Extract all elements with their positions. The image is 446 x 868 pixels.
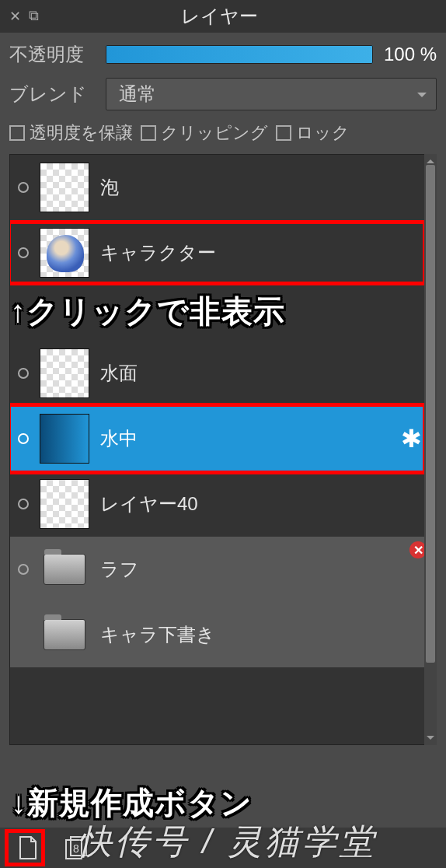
blend-mode-value: 通常 xyxy=(119,82,156,107)
blend-label: ブレンド xyxy=(9,82,95,107)
layer-thumbnail[interactable] xyxy=(40,479,89,529)
checkbox-icon xyxy=(141,125,156,141)
protect-transparency-checkbox[interactable]: 透明度を保譲 xyxy=(9,121,133,145)
clipping-checkbox[interactable]: クリッピング xyxy=(141,121,268,145)
folder-icon xyxy=(44,554,85,585)
layer-name[interactable]: キャラクター xyxy=(100,240,436,265)
layer-row-selected[interactable]: 水中 ✱ xyxy=(10,406,436,471)
layer-folder-row[interactable]: キャラ下書き xyxy=(10,602,436,667)
new-layer-button[interactable] xyxy=(14,834,42,862)
svg-text:8: 8 xyxy=(73,842,79,855)
checkbox-icon xyxy=(276,125,291,141)
close-icon[interactable]: ✕ xyxy=(9,8,21,25)
visibility-toggle[interactable] xyxy=(18,247,29,258)
layer-name[interactable]: 泡 xyxy=(100,175,436,200)
annotation-new-button: ↓新規作成ボタン xyxy=(11,782,253,824)
layer-name[interactable]: ラフ xyxy=(100,557,436,582)
detach-icon[interactable]: ⧉ xyxy=(29,8,39,25)
layer-thumbnail[interactable] xyxy=(40,414,89,464)
visibility-toggle[interactable] xyxy=(18,564,29,575)
layer-name[interactable]: 水面 xyxy=(100,361,436,386)
folder-icon xyxy=(44,619,85,650)
visibility-toggle[interactable] xyxy=(18,433,29,444)
layer-folder-row[interactable]: ラフ ✕ xyxy=(10,537,436,602)
visibility-toggle[interactable] xyxy=(18,182,29,193)
scroll-thumb[interactable] xyxy=(426,165,435,663)
layer-name[interactable]: キャラ下書き xyxy=(100,622,436,647)
opacity-label: 不透明度 xyxy=(9,42,95,67)
opacity-value[interactable]: 100 % xyxy=(384,44,437,65)
annotation-click-hide: ↑クリックで非表示 xyxy=(10,290,436,333)
visibility-toggle[interactable] xyxy=(18,499,29,509)
scroll-down-icon[interactable] xyxy=(427,736,434,744)
folder-thumbnail[interactable] xyxy=(40,544,89,594)
bottom-toolbar: 8 xyxy=(0,828,446,868)
visibility-toggle-off[interactable] xyxy=(18,629,29,640)
protect-label: 透明度を保譲 xyxy=(30,121,133,145)
lock-checkbox[interactable]: ロック xyxy=(276,121,350,145)
layer-thumbnail[interactable] xyxy=(40,228,89,278)
visibility-toggle[interactable] xyxy=(18,368,29,379)
panel-title: レイヤー xyxy=(48,4,390,29)
layer-row[interactable]: レイヤー40 xyxy=(10,471,436,537)
layer-row[interactable]: 泡 xyxy=(10,155,436,220)
layer-thumbnail[interactable] xyxy=(40,348,89,398)
blend-mode-select[interactable]: 通常 xyxy=(106,78,437,110)
opacity-slider[interactable] xyxy=(106,45,373,64)
checkbox-icon xyxy=(9,125,25,141)
scrollbar[interactable] xyxy=(424,154,437,745)
clipping-label: クリッピング xyxy=(161,121,268,145)
scroll-up-icon[interactable] xyxy=(427,156,434,163)
layer-name[interactable]: レイヤー40 xyxy=(100,492,436,516)
layer-row[interactable]: キャラクター xyxy=(10,220,436,285)
layers-list[interactable]: 泡 キャラクター ↑クリックで非表示 水面 xyxy=(9,154,437,745)
folder-thumbnail[interactable] xyxy=(40,610,89,660)
layer-thumbnail[interactable] xyxy=(40,163,89,212)
lock-label: ロック xyxy=(296,121,350,145)
layer-row[interactable]: 水面 xyxy=(10,341,436,406)
gear-icon[interactable]: ✱ xyxy=(401,424,422,453)
layer-name[interactable]: 水中 xyxy=(100,426,436,451)
duplicate-layer-button[interactable]: 8 xyxy=(62,834,90,862)
